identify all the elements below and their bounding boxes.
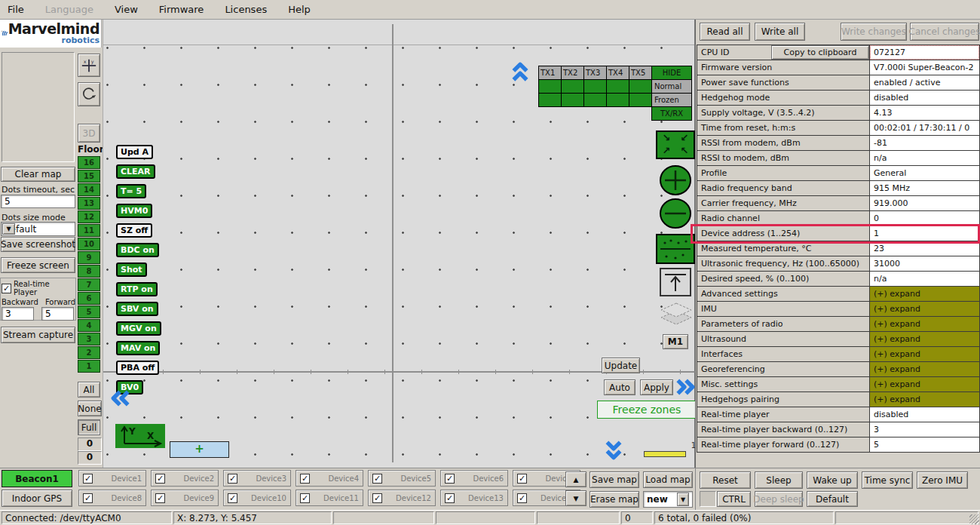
time-sync-button[interactable]: Time sync: [862, 471, 913, 489]
menu-item[interactable]: Firmware: [159, 4, 204, 15]
param-value[interactable]: n/a: [869, 150, 980, 166]
param-value[interactable]: enabled / active: [869, 75, 980, 91]
fit-to-view-button[interactable]: ↘↙ ↗↖: [656, 130, 695, 159]
floor-button[interactable]: 12: [78, 210, 100, 223]
floor-button[interactable]: 10: [78, 238, 100, 250]
param-value[interactable]: -81: [869, 135, 980, 151]
load-map-button[interactable]: Load map: [643, 471, 693, 488]
floor-button[interactable]: 5: [78, 305, 100, 318]
m1-button[interactable]: M1: [663, 334, 688, 349]
map-command-button[interactable]: CLEAR: [116, 164, 155, 179]
scroll-devices-up-button[interactable]: ▲: [565, 471, 586, 487]
param-value[interactable]: 915 MHz: [869, 180, 980, 196]
update-button[interactable]: Update: [602, 358, 640, 373]
map-command-button[interactable]: RTP on: [116, 282, 158, 296]
param-value[interactable]: 0: [869, 210, 980, 226]
apply-button[interactable]: Apply: [640, 379, 673, 395]
param-value[interactable]: 00:02:01 / 17:30:11 / 0: [869, 120, 980, 136]
tx-state-cell[interactable]: [629, 79, 652, 94]
map-command-button[interactable]: SBV on: [116, 302, 158, 316]
save-map-button[interactable]: Save map: [590, 471, 639, 488]
device-checkbox-cell[interactable]: ✓ Device5: [368, 470, 436, 487]
param-value[interactable]: 919.000: [869, 195, 980, 211]
floor-field-1[interactable]: 0: [78, 438, 102, 451]
device-checkbox-cell[interactable]: ✓ Device12: [368, 490, 436, 506]
tx-state-cell[interactable]: [583, 93, 607, 107]
map-command-button[interactable]: HVM0: [116, 204, 152, 218]
device-checkbox[interactable]: ✓: [300, 474, 310, 484]
param-value[interactable]: General: [869, 165, 980, 181]
rotate-view-button[interactable]: [78, 82, 100, 106]
zoom-out-button[interactable]: [659, 198, 692, 229]
backward-input[interactable]: [2, 307, 34, 321]
erase-map-button[interactable]: Erase map: [590, 491, 639, 508]
device-checkbox-cell[interactable]: ✓ Device2: [151, 470, 219, 487]
device-checkbox-cell[interactable]: ✓ Device3: [223, 470, 291, 487]
tx-state-cell[interactable]: [561, 79, 584, 94]
param-value[interactable]: 23: [869, 241, 980, 256]
resize-grip-icon[interactable]: [969, 514, 979, 524]
freeze-screen-button[interactable]: Freeze screen: [1, 257, 75, 273]
device-checkbox-cell[interactable]: ✓ Device6: [440, 470, 508, 487]
device-checkbox[interactable]: ✓: [517, 474, 527, 484]
param-value[interactable]: (+) expand: [869, 391, 980, 407]
view-3d-button[interactable]: 3D: [78, 124, 100, 143]
layers-icon[interactable]: [658, 300, 694, 333]
floor-field-2[interactable]: 0: [78, 451, 102, 465]
save-screenshot-button[interactable]: Save screenshot: [1, 237, 75, 252]
tx-hide-button[interactable]: HIDE: [651, 66, 692, 80]
param-value[interactable]: (+) expand: [869, 301, 980, 317]
param-value[interactable]: 5: [869, 437, 980, 453]
param-value[interactable]: 4.13: [869, 105, 980, 121]
zoom-in-button[interactable]: [659, 164, 692, 196]
tx-state-cell[interactable]: [538, 79, 562, 94]
tx-state-cell[interactable]: [606, 93, 629, 107]
stream-capture-button[interactable]: Stream capture: [1, 327, 75, 343]
show-dots-button[interactable]: [656, 234, 695, 264]
floor-button[interactable]: 4: [78, 319, 100, 332]
deep-sleep-button[interactable]: Deep sleep: [755, 491, 803, 507]
floor-button[interactable]: 2: [78, 346, 100, 359]
device-checkbox[interactable]: ✓: [445, 474, 455, 484]
auto-button[interactable]: Auto: [604, 379, 635, 395]
tx-state-cell[interactable]: [538, 93, 562, 107]
map-command-button[interactable]: MGV on: [116, 321, 161, 336]
map-command-button[interactable]: Shot: [116, 262, 147, 277]
ctrl-checkbox[interactable]: [700, 491, 716, 507]
map-canvas[interactable]: Upd ACLEART= 5HVM0SZ offBDC onShotRTP on…: [103, 20, 695, 468]
map-select-dropdown-arrow-icon[interactable]: ▼: [677, 493, 689, 506]
scroll-devices-down-button[interactable]: ▼: [565, 490, 586, 506]
device-checkbox-cell[interactable]: ✓ Device11: [296, 490, 363, 506]
floors-none-button[interactable]: None: [78, 401, 102, 416]
device-checkbox[interactable]: ✓: [228, 474, 237, 484]
map-command-button[interactable]: BDC on: [116, 243, 159, 257]
floor-button[interactable]: 7: [78, 278, 100, 291]
reset-button[interactable]: Reset: [700, 471, 751, 489]
menu-item[interactable]: Language: [45, 4, 93, 15]
param-value[interactable]: (+) expand: [869, 331, 980, 347]
map-command-button[interactable]: SZ off: [116, 223, 152, 238]
device-checkbox[interactable]: ✓: [300, 493, 310, 503]
move-up-button[interactable]: [660, 268, 691, 296]
floor-button[interactable]: 8: [78, 265, 100, 278]
device-checkbox-cell[interactable]: ✓ Device10: [223, 490, 291, 506]
param-value[interactable]: n/a: [869, 271, 980, 287]
write-changes-button[interactable]: Write changes: [841, 23, 907, 41]
floor-button[interactable]: 13: [78, 197, 100, 210]
default-button[interactable]: Default: [807, 491, 858, 507]
floor-button[interactable]: 15: [78, 170, 100, 183]
indoor-gps-tab[interactable]: Indoor GPS: [2, 490, 72, 507]
param-value[interactable]: (+) expand: [869, 361, 980, 377]
add-submap-button[interactable]: +: [170, 441, 229, 458]
expand-right-chevron-icon[interactable]: [675, 377, 696, 397]
ctrl-button[interactable]: CTRL: [717, 491, 751, 507]
tx-state-cell[interactable]: [629, 93, 652, 107]
cancel-changes-button[interactable]: Cancel changes: [910, 23, 979, 41]
tx-state-cell[interactable]: [561, 93, 584, 107]
tx-state-cell[interactable]: [583, 79, 607, 94]
menu-item[interactable]: Help: [288, 4, 311, 15]
collapse-down-chevron-icon[interactable]: [604, 439, 623, 462]
map-select[interactable]: new ▼: [643, 491, 693, 508]
read-all-button[interactable]: Read all: [700, 23, 750, 41]
device-checkbox-cell[interactable]: ✓ Device13: [440, 490, 508, 506]
